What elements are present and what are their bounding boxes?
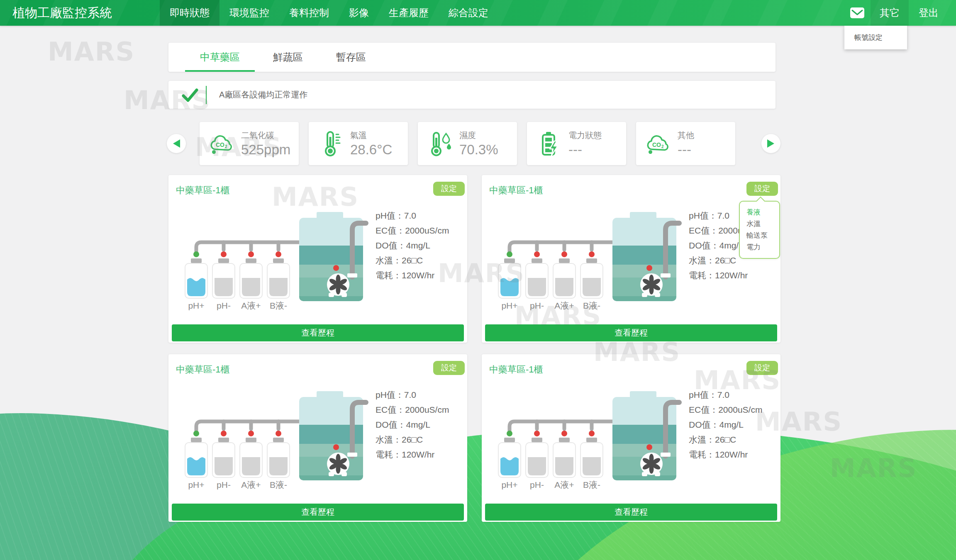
pump-fan <box>640 453 663 476</box>
pump-indicator-red <box>646 444 652 450</box>
main-menu: 即時狀態 環境監控 養料控制 影像 生產履歷 綜合設定 <box>160 0 498 26</box>
carousel-next-button[interactable] <box>761 134 780 153</box>
bottle-ph-plus <box>498 258 521 298</box>
bottle-label: pH+ <box>501 480 517 489</box>
cabinet-title: 中藥草區-1櫃 <box>176 184 230 197</box>
status-bar: A廠區各設備均正常運作 <box>168 81 776 109</box>
stat-water-temp: 水溫：26□C <box>376 432 449 447</box>
stat-power: 電耗：120W/hr <box>689 268 762 283</box>
valve-indicator-red <box>589 431 595 436</box>
arrow-left-icon <box>172 139 181 149</box>
valve-indicator-red <box>589 251 595 257</box>
stat-water-temp: 水溫：26□C <box>689 432 762 447</box>
mixing-tank <box>299 391 366 480</box>
svg-text:CO: CO <box>652 141 661 148</box>
view-history-button[interactable]: 查看歷程 <box>172 324 464 341</box>
sensor-value: 70.3% <box>459 142 498 158</box>
divider <box>206 86 207 104</box>
main-content: 中草藥區 鮮蔬區 暫存區 A廠區各設備均正常運作 CO 2 <box>168 43 780 522</box>
sensor-label: 電力狀態 <box>568 130 602 141</box>
bottle-label: B液- <box>583 301 600 310</box>
pump-fan <box>327 453 349 476</box>
valve-indicator-red <box>534 251 540 257</box>
stat-ph: pH值：7.0 <box>376 208 449 223</box>
cabinet-card-4: 中藥草區-1櫃 設定 <box>482 354 780 522</box>
tank-diagram: pH+ pH- A液+ B液- <box>178 206 373 313</box>
mixing-tank <box>299 212 366 301</box>
bottle-a-liquid <box>240 258 262 298</box>
nutrient-tank-diagram: pH+ pH- A液+ B液- <box>492 385 687 492</box>
view-history-button[interactable]: 查看歷程 <box>172 504 464 521</box>
check-icon <box>181 87 199 103</box>
stat-ec: EC值：2000uS/cm <box>376 223 449 238</box>
view-history-button[interactable]: 查看歷程 <box>485 324 777 341</box>
view-history-button[interactable]: 查看歷程 <box>485 504 777 521</box>
sensor-label: 其他 <box>678 130 694 141</box>
svg-text:2: 2 <box>225 144 227 149</box>
valve-indicator-red <box>534 431 540 436</box>
bottle-label: pH+ <box>501 301 517 310</box>
popover-item-water-temp[interactable]: 水溫 <box>746 218 779 230</box>
settings-button[interactable]: 設定 <box>433 361 465 375</box>
sensor-card-other: CO 2 其他 --- <box>636 122 735 165</box>
cabinet-title: 中藥草區-1櫃 <box>176 363 230 376</box>
carousel-prev-button[interactable] <box>167 134 186 153</box>
stats-list: pH值：7.0 EC值：2000uS/cm DO值：4mg/L 水溫：26□C … <box>376 387 449 462</box>
cabinet-cards-grid: 中藥草區-1櫃 設定 <box>168 175 780 522</box>
tab-staging-zone[interactable]: 暫存區 <box>319 43 383 72</box>
mars-watermark: MARS <box>48 37 135 67</box>
cabinet-card-3: 中藥草區-1櫃 設定 <box>168 354 467 522</box>
account-settings-menu-item[interactable]: 帳號設定 <box>844 26 907 49</box>
valve-indicator-green <box>193 251 199 257</box>
nav-item-more[interactable]: 其它 <box>871 0 909 26</box>
stat-do: DO值：4mg/L <box>376 238 449 253</box>
bottle-a-liquid <box>553 438 576 477</box>
settings-button[interactable]: 設定 <box>746 182 778 196</box>
nav-item-general-settings[interactable]: 綜合設定 <box>439 0 498 26</box>
nav-item-video[interactable]: 影像 <box>339 0 379 26</box>
bottle-label: pH+ <box>188 301 204 310</box>
bottle-ph-plus <box>498 438 521 477</box>
bottle-ph-minus <box>212 258 235 298</box>
popover-item-power[interactable]: 電力 <box>746 241 779 253</box>
bottle-label: B液- <box>270 301 287 310</box>
bottle-label: pH- <box>217 301 231 310</box>
settings-button[interactable]: 設定 <box>746 361 778 375</box>
logout-button[interactable]: 登出 <box>909 0 949 26</box>
valve-indicator-green <box>193 431 199 436</box>
tab-vegetable-zone[interactable]: 鮮蔬區 <box>256 43 319 72</box>
nav-item-nutrient-control[interactable]: 養料控制 <box>279 0 339 26</box>
settings-button[interactable]: 設定 <box>433 182 465 196</box>
valve-indicator-green <box>507 251 512 257</box>
stats-list: pH值：7.0 EC值：2000uS/cm DO值：4mg/L 水溫：26□C … <box>376 208 449 283</box>
cabinet-card-1: 中藥草區-1櫃 設定 <box>168 175 467 343</box>
nav-item-environment-monitor[interactable]: 環境監控 <box>219 0 279 26</box>
tab-herb-zone[interactable]: 中草藥區 <box>183 43 256 72</box>
settings-popover: 養液 水溫 輸送泵 電力 <box>739 201 780 259</box>
bottle-label: B液- <box>270 480 287 489</box>
bottle-a-liquid <box>553 258 576 298</box>
nav-item-realtime-status[interactable]: 即時狀態 <box>160 0 219 26</box>
sensor-value: --- <box>568 142 602 158</box>
bottle-label: pH- <box>217 480 231 489</box>
co2-cloud-icon: CO 2 <box>208 130 234 157</box>
bottle-label: pH+ <box>188 480 204 489</box>
popover-item-pump[interactable]: 輸送泵 <box>746 230 779 241</box>
sensor-card-air-temp: 氣溫 28.6°C <box>309 122 408 165</box>
nutrient-tank-diagram: pH+ pH- A液+ B液- <box>178 206 373 313</box>
thermometer-icon <box>317 130 344 157</box>
stat-do: DO值：4mg/L <box>689 417 762 432</box>
bottle-ph-minus <box>212 438 235 477</box>
valve-indicator-red <box>248 431 254 436</box>
tank-diagram: pH+ pH- A液+ B液- <box>178 385 373 492</box>
mail-button[interactable] <box>844 0 871 26</box>
popover-item-nutrient[interactable]: 養液 <box>746 207 779 218</box>
nav-item-production-history[interactable]: 生產履歷 <box>379 0 439 26</box>
bottle-ph-plus <box>185 258 207 298</box>
bottle-label: A液+ <box>241 301 261 310</box>
sensor-label: 二氧化碳 <box>241 130 290 141</box>
tank-diagram: pH+ pH- A液+ B液- <box>492 385 687 492</box>
bottle-ph-plus <box>185 438 207 477</box>
battery-icon <box>535 130 562 157</box>
svg-text:CO: CO <box>216 141 224 148</box>
